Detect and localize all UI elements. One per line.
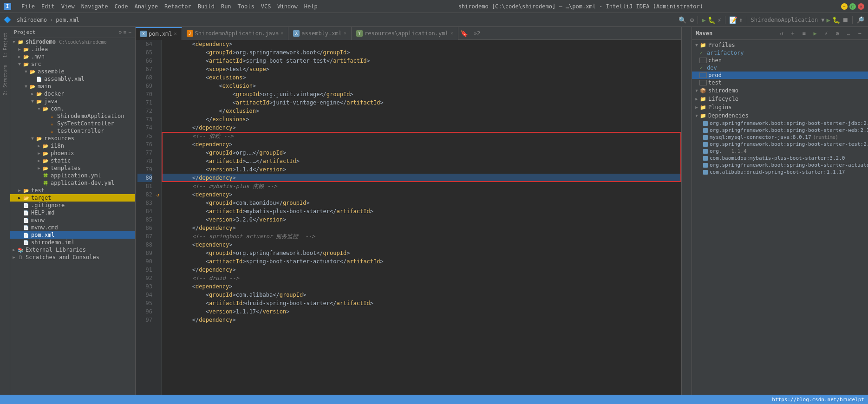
code-line-68[interactable]: <exclusions>: [162, 73, 681, 82]
tree-item-pom-xml[interactable]: 📄 pom.xml: [10, 231, 135, 239]
tree-item-application-yml[interactable]: 🍀 application.yml: [10, 172, 135, 179]
tree-item-shirodemo[interactable]: ▼ 📁 shirodemo C:\code\shirodemo: [10, 38, 135, 46]
panel-minimize-icon[interactable]: −: [128, 29, 131, 35]
maven-profile-test[interactable]: test: [692, 79, 868, 86]
tab-close-assembly[interactable]: ×: [344, 31, 346, 36]
menu-build[interactable]: Build: [195, 2, 217, 11]
maven-run-btn[interactable]: ▶: [810, 29, 820, 38]
maven-tree[interactable]: ▼ 📁 Profiles ✓ artifactory chen ✓: [692, 40, 868, 395]
tree-item-phoenix[interactable]: ▶ 📂 phoenix: [10, 150, 135, 157]
tree-item-ext-libs[interactable]: ▶ 📚 External Libraries: [10, 246, 135, 254]
code-line-85[interactable]: <version>3.2.0</version>: [162, 215, 681, 224]
tree-item-target[interactable]: ▶ 📂 target: [10, 194, 135, 202]
tree-item-src[interactable]: ▼ 📂 src: [10, 60, 135, 68]
tree-item-static[interactable]: ▶ 📂 static: [10, 157, 135, 164]
menu-navigate[interactable]: Navigate: [78, 2, 111, 11]
code-line-76[interactable]: <dependency>: [162, 140, 681, 149]
maven-plugins[interactable]: ▶ 📁 Plugins: [692, 103, 868, 111]
maven-more-btn[interactable]: …: [844, 29, 853, 38]
code-line-89[interactable]: <groupId>org.springframework.boot</group…: [162, 249, 681, 257]
code-line-79[interactable]: <version>1.1.4</version>: [162, 165, 681, 174]
code-editor[interactable]: 6465666768 6970717273 7475767778 7980 81…: [136, 40, 681, 395]
code-line-73[interactable]: </exclusions>: [162, 115, 681, 124]
tree-item-assembly-xml[interactable]: 📄 assembly.xml: [10, 75, 135, 83]
dep-web[interactable]: org.springframework.boot:spring-boot-sta…: [692, 127, 868, 134]
maven-add-btn[interactable]: +: [788, 29, 797, 38]
tree-item-testController[interactable]: ☕ testController: [10, 127, 135, 135]
tab-close-app[interactable]: ×: [281, 31, 283, 36]
code-line-97[interactable]: </dependency>: [162, 316, 681, 324]
check-chen[interactable]: [699, 58, 707, 63]
code-line-71[interactable]: <artifactId>junit-vintage-engine</artifa…: [162, 98, 681, 107]
code-line-80[interactable]: </dependency>: [162, 174, 681, 182]
tree-item-gitignore[interactable]: 📄 .gitignore: [10, 202, 135, 209]
tab-pom-xml[interactable]: X pom.xml ×: [136, 27, 182, 40]
settings-icon[interactable]: ⚙: [690, 16, 694, 24]
code-line-82[interactable]: <dependency>: [162, 190, 681, 199]
code-line-83[interactable]: <groupId>com.baomidou</groupId>: [162, 199, 681, 207]
code-line-93[interactable]: <dependency>: [162, 282, 681, 291]
code-line-69[interactable]: <exclusion>: [162, 82, 681, 90]
code-line-75[interactable]: <!-- 依赖 -->: [162, 132, 681, 140]
code-line-94[interactable]: <groupId>com.alibaba</groupId>: [162, 291, 681, 299]
check-prod[interactable]: [699, 72, 707, 78]
code-line-81[interactable]: <!-- mybatis-plus 依赖 -->: [162, 182, 681, 190]
menu-window[interactable]: Window: [274, 2, 300, 11]
tree-item-application-dev-yml[interactable]: 🍀 application-dev.yml: [10, 179, 135, 187]
debug-icon[interactable]: 🐛: [708, 16, 716, 24]
menu-analyze[interactable]: Analyze: [131, 2, 161, 11]
code-line-65[interactable]: <groupId>org.springframework.boot</group…: [162, 48, 681, 57]
tab-assembly[interactable]: X assembly.xml ×: [288, 27, 352, 40]
tab-close-pom[interactable]: ×: [174, 31, 177, 36]
tree-item-help[interactable]: 📄 HELP.md: [10, 209, 135, 216]
stop-btn[interactable]: ⏹: [842, 16, 848, 24]
maven-minimize-btn[interactable]: −: [855, 29, 864, 38]
maximize-button[interactable]: □: [849, 3, 856, 10]
dep-org[interactable]: org. 1.1.4: [692, 148, 868, 155]
commit-icon[interactable]: 📝: [729, 16, 737, 24]
tree-item-shirodemo-iml[interactable]: 📄 shirodemo.iml: [10, 239, 135, 246]
code-line-92[interactable]: <!-- druid -->: [162, 274, 681, 282]
close-button[interactable]: ×: [858, 3, 864, 10]
maven-dependencies[interactable]: ▼ 📁 Dependencies: [692, 111, 868, 120]
code-line-96[interactable]: <version>1.1.17</version>: [162, 307, 681, 316]
left-side-tabs[interactable]: 1: Project 2: Structure: [0, 27, 10, 395]
right-vertical-tabs[interactable]: [681, 27, 692, 395]
check-artifactory[interactable]: ✓: [699, 50, 707, 56]
tree-item-templates[interactable]: ▶ 📂 templates: [10, 164, 135, 172]
menu-code[interactable]: Code: [112, 2, 131, 11]
maven-config-btn[interactable]: ⚙: [833, 29, 842, 38]
menu-help[interactable]: Help: [301, 2, 320, 11]
dep-mybatis[interactable]: com.baomidou:mybatis-plus-boot-starter:3…: [692, 155, 868, 162]
tree-item-idea[interactable]: ▶ 📂 .idea: [10, 46, 135, 53]
maven-shirodemo-section[interactable]: ▼ 📦 shirodemo: [692, 86, 868, 95]
run-btn[interactable]: ▶: [827, 16, 830, 24]
tree-item-docker[interactable]: ▶ 📂 docker: [10, 90, 135, 98]
tree-item-SysTestController[interactable]: ☕ SysTestController: [10, 120, 135, 127]
code-line-91[interactable]: </dependency>: [162, 266, 681, 274]
tab-close-appyml[interactable]: ×: [450, 31, 453, 36]
menu-tools[interactable]: Tools: [235, 2, 257, 11]
maven-profiles-section[interactable]: ▼ 📁 Profiles: [692, 41, 868, 49]
menu-run[interactable]: Run: [218, 2, 234, 11]
maven-profile-dev[interactable]: ✓ dev: [692, 64, 868, 72]
maven-lifecycle[interactable]: ▶ 📁 Lifecycle: [692, 95, 868, 103]
tree-item-ShirodemoApp[interactable]: ☕ ShirodemoApplication: [10, 112, 135, 120]
debug-btn[interactable]: 🐛: [832, 16, 840, 24]
editor-tabs-bar[interactable]: X pom.xml × J ShirodemoApplication.java …: [136, 27, 681, 40]
tree-item-java[interactable]: ▼ 📂 java: [10, 98, 135, 105]
maven-panel-toolbar[interactable]: ↺ + ≡ ▶ ⚡ ⚙ … −: [777, 29, 864, 38]
dep-test[interactable]: org.springframework.boot:spring-boot-sta…: [692, 141, 868, 148]
code-line-72[interactable]: </exclusion>: [162, 107, 681, 115]
code-line-64[interactable]: <dependency>: [162, 40, 681, 48]
maven-collapse-btn[interactable]: ≡: [799, 29, 809, 38]
tree-item-main[interactable]: ▼ 📂 main: [10, 83, 135, 90]
window-controls[interactable]: − □ ×: [841, 3, 864, 10]
panel-expand-icon[interactable]: ≡: [124, 29, 127, 35]
tree-item-mvnw[interactable]: 📄 mvnw: [10, 216, 135, 224]
code-line-67[interactable]: <scope>test</scope>: [162, 65, 681, 73]
code-line-87[interactable]: <!-- springboot actuator 服务监控 -->: [162, 232, 681, 241]
code-line-86[interactable]: </dependency>: [162, 224, 681, 232]
dep-mysql[interactable]: mysql:mysql-connector-java:8.0.17 (runti…: [692, 134, 868, 141]
find-btn[interactable]: 🔎: [856, 16, 864, 24]
